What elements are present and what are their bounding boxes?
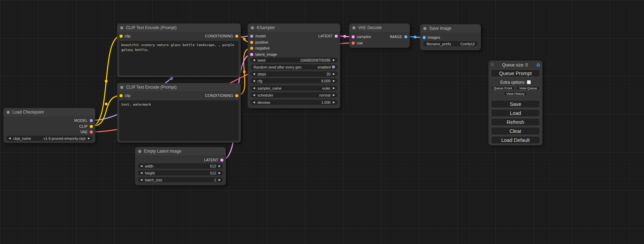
increment-arrow-icon[interactable]: ▶ [333,94,335,97]
save-button[interactable]: Save [491,100,540,108]
decrement-arrow-icon[interactable]: ◀ [253,59,255,62]
node-vae-decode[interactable]: VAE Decode samples vae IMAGE [349,24,410,48]
collapse-dot-icon[interactable] [352,26,355,29]
clip-output-dot[interactable] [90,125,93,128]
image-output-dot[interactable] [404,35,407,38]
increment-arrow-icon[interactable]: ▶ [333,87,335,90]
scheduler-widget[interactable]: ◀ scheduler normal ▶ [250,92,337,98]
settings-gear-icon[interactable]: ⚙ [536,62,540,68]
cfg-widget[interactable]: ◀ cfg 8.000 ▶ [250,78,337,83]
decrement-arrow-icon[interactable]: ◀ [253,94,255,97]
drag-handle-icon[interactable]: ⠿ [491,62,494,67]
node-header[interactable]: CLIP Text Encode (Prompt) [117,83,241,91]
vae-input-dot[interactable] [352,42,355,45]
increment-arrow-icon[interactable]: ▶ [333,80,335,82]
images-input-dot[interactable] [423,36,426,39]
decrement-arrow-icon[interactable]: ◀ [253,73,255,75]
toggle-indicator-icon[interactable] [332,65,335,69]
node-title: Empty Latent Image [144,149,181,154]
node-empty-latent-image[interactable]: Empty Latent Image LATENT ◀ width 512 ▶ … [135,147,226,185]
clear-button[interactable]: Clear [491,127,540,135]
widget-name: height [145,171,210,175]
increment-arrow-icon[interactable]: ▶ [333,73,335,75]
node-header[interactable]: Save Image [420,24,481,33]
decrement-arrow-icon[interactable]: ◀ [140,179,142,181]
batch-size-widget[interactable]: ◀ batch_size 1 ▶ [138,177,223,182]
output-slot-clip: CLIP [79,124,95,129]
node-ksampler[interactable]: KSampler model positive negative latent_… [248,24,340,108]
input-slot-latent-image: latent_image [248,52,277,57]
queue-front-button[interactable]: Queue Front [491,86,515,90]
random-seed-toggle-widget[interactable]: Random seed after every gen enabled [250,64,337,70]
node-load-checkpoint[interactable]: Load Checkpoint MODEL CLIP VAE ◀ ckpt_na… [3,108,95,143]
ckpt-name-widget[interactable]: ◀ ckpt_name v1-5-pruned-emaonly.ckpt ▶ [6,136,92,141]
filename-prefix-widget[interactable]: filename_prefix ComfyUI [423,41,478,46]
view-history-button[interactable]: View History [504,91,527,96]
decrement-arrow-icon[interactable]: ◀ [140,172,142,174]
collapse-dot-icon[interactable] [138,150,141,153]
node-title: CLIP Text Encode (Prompt) [126,25,177,30]
positive-input-dot[interactable] [250,41,253,44]
input-slot-images: images [420,35,440,40]
conditioning-output-dot[interactable] [235,35,238,38]
load-button[interactable]: Load [491,109,540,117]
collapse-dot-icon[interactable] [7,111,10,114]
negative-prompt-textarea[interactable]: text, watermark [119,100,239,141]
increment-arrow-icon[interactable]: ▶ [88,137,90,140]
latent-output-dot[interactable] [220,159,223,162]
queue-prompt-button[interactable]: Queue Prompt [491,69,540,77]
widget-value: 156680208700286 [300,58,330,62]
conditioning-output-dot[interactable] [235,94,238,97]
node-save-image[interactable]: Save Image images filename_prefix ComfyU… [420,24,481,50]
collapse-dot-icon[interactable] [120,26,123,29]
clip-input-dot[interactable] [120,94,123,97]
node-header[interactable]: CLIP Text Encode (Prompt) [117,24,241,32]
output-slot-image: IMAGE [390,34,410,39]
increment-arrow-icon[interactable]: ▶ [333,101,335,104]
collapse-dot-icon[interactable] [120,86,123,89]
wire-clip-negative-midpoint-dot [105,103,108,106]
view-queue-button[interactable]: View Queue [516,86,540,90]
seed-widget[interactable]: ◀ seed 156680208700286 ▶ [250,57,337,63]
extra-options-checkbox[interactable] [527,80,531,84]
node-clip-text-encode-negative[interactable]: CLIP Text Encode (Prompt) clip CONDITION… [117,83,241,143]
widget-value: 8.000 [321,79,330,83]
increment-arrow-icon[interactable]: ▶ [219,179,221,181]
height-widget[interactable]: ◀ height 512 ▶ [138,170,223,175]
collapse-dot-icon[interactable] [251,26,254,29]
positive-prompt-textarea[interactable]: beautiful scenery nature glass bottle la… [119,41,239,75]
node-header[interactable]: Load Checkpoint [3,108,95,116]
load-default-button[interactable]: Load Default [491,136,540,144]
refresh-button[interactable]: Refresh [491,118,540,126]
increment-arrow-icon[interactable]: ▶ [219,172,221,174]
wire-negative-conditioning-midpoint-dot [243,71,246,73]
model-output-dot[interactable] [90,119,93,122]
model-input-dot[interactable] [250,35,253,38]
wire-latent2-midpoint-dot [343,35,346,38]
graph-canvas[interactable]: Load Checkpoint MODEL CLIP VAE ◀ ckpt_na… [0,0,644,244]
samples-input-dot[interactable] [352,35,355,38]
node-clip-text-encode-positive[interactable]: CLIP Text Encode (Prompt) clip CONDITION… [117,24,241,77]
vae-output-dot[interactable] [90,130,93,134]
latent-input-dot[interactable] [250,53,253,56]
negative-input-dot[interactable] [250,47,253,50]
node-header[interactable]: VAE Decode [349,24,410,32]
decrement-arrow-icon[interactable]: ◀ [253,87,255,90]
wire-clip-to-negative [91,96,121,126]
slot-label: negative [255,46,270,50]
node-header[interactable]: Empty Latent Image [135,147,226,155]
sampler-name-widget[interactable]: ◀ sampler_name euler ▶ [250,85,337,91]
increment-arrow-icon[interactable]: ▶ [219,165,221,168]
decrement-arrow-icon[interactable]: ◀ [253,80,255,82]
decrement-arrow-icon[interactable]: ◀ [9,137,11,140]
width-widget[interactable]: ◀ width 512 ▶ [138,163,223,169]
decrement-arrow-icon[interactable]: ◀ [140,165,142,168]
clip-input-dot[interactable] [120,35,123,38]
collapse-dot-icon[interactable] [423,27,426,30]
increment-arrow-icon[interactable]: ▶ [333,59,335,62]
steps-widget[interactable]: ◀ steps 20 ▶ [250,71,337,76]
latent-output-dot[interactable] [335,35,338,38]
decrement-arrow-icon[interactable]: ◀ [253,101,255,104]
denoise-widget[interactable]: ◀ denoise 1.000 ▶ [250,100,337,105]
node-header[interactable]: KSampler [248,24,340,32]
